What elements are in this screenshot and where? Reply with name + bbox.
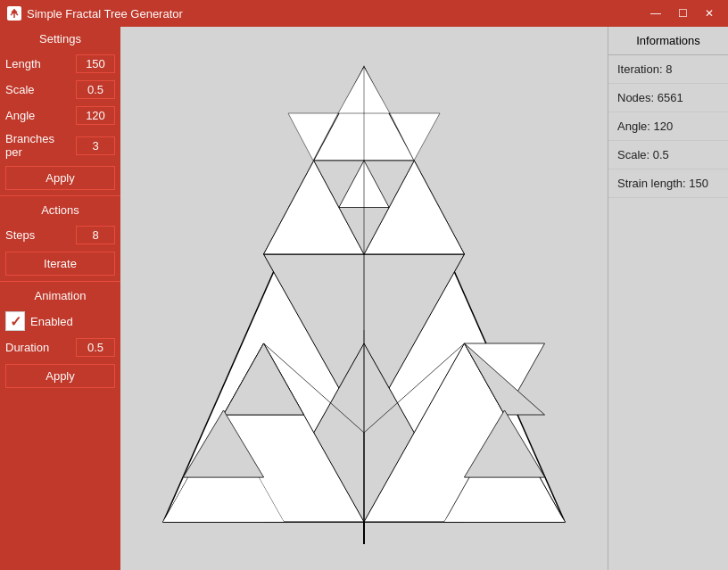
scale-row: Scale	[0, 77, 120, 103]
scale-label: Scale	[5, 83, 72, 96]
steps-label: Steps	[5, 228, 72, 242]
animation-enabled-checkbox[interactable]: ✓	[5, 311, 25, 331]
angle-input[interactable]	[76, 106, 115, 125]
angle-label: Angle	[5, 109, 72, 122]
info-panel: Informations Iteration: 8 Nodes: 6561 An…	[608, 27, 728, 570]
scale-input[interactable]	[76, 80, 115, 99]
animation-apply-button[interactable]: Apply	[5, 364, 115, 388]
branches-input[interactable]	[76, 136, 115, 155]
animation-enabled-row: ✓ Enabled	[0, 308, 120, 335]
length-row: Length	[0, 51, 120, 77]
window-controls: — ☐ ✕	[644, 4, 721, 22]
close-button[interactable]: ✕	[698, 4, 721, 22]
info-nodes: Nodes: 6561	[608, 84, 728, 112]
window-title: Simple Fractal Tree Generator	[27, 7, 644, 21]
branches-row: Branches per	[0, 128, 120, 162]
canvas-area	[120, 27, 608, 570]
branches-label: Branches per	[5, 132, 72, 159]
duration-label: Duration	[5, 341, 72, 354]
divider-1	[0, 195, 120, 196]
info-strain-length: Strain length: 150	[608, 169, 728, 198]
length-label: Length	[5, 57, 72, 70]
info-iteration: Iteration: 8	[608, 55, 728, 84]
length-input[interactable]	[76, 54, 115, 73]
app-body: Settings Length Scale Angle Branches per…	[0, 27, 728, 570]
info-angle: Angle: 120	[608, 112, 728, 141]
animation-section-title: Animation	[0, 284, 120, 308]
title-bar: Simple Fractal Tree Generator — ☐ ✕	[0, 0, 728, 27]
minimize-button[interactable]: —	[644, 4, 667, 22]
app-icon	[7, 6, 21, 21]
info-scale: Scale: 0.5	[608, 141, 728, 169]
divider-2	[0, 281, 120, 282]
duration-row: Duration	[0, 335, 120, 360]
actions-section-title: Actions	[0, 198, 120, 222]
steps-row: Steps	[0, 222, 120, 248]
settings-apply-button[interactable]: Apply	[5, 166, 115, 190]
duration-input[interactable]	[76, 338, 115, 357]
settings-section-title: Settings	[0, 27, 120, 51]
info-panel-title: Informations	[608, 27, 728, 55]
angle-row: Angle	[0, 103, 120, 128]
iterate-button[interactable]: Iterate	[5, 252, 115, 276]
check-mark: ✓	[10, 313, 21, 330]
animation-enabled-label: Enabled	[30, 315, 115, 328]
maximize-button[interactable]: ☐	[671, 4, 694, 22]
steps-input[interactable]	[76, 226, 115, 244]
sidebar: Settings Length Scale Angle Branches per…	[0, 27, 120, 570]
fractal-canvas	[120, 27, 608, 570]
